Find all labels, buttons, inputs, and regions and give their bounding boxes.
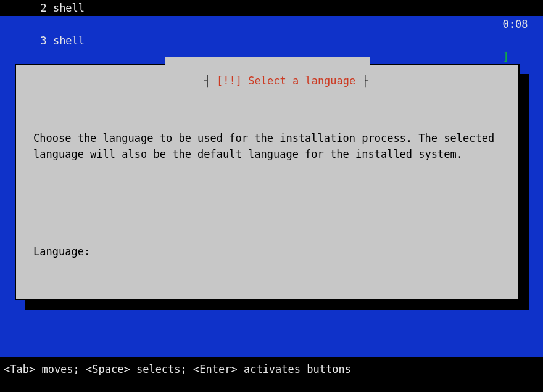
key-hint-bar: <Tab> moves; <Space> selects; <Enter> ac… (0, 357, 543, 392)
title-bang-icon: [!!] (217, 75, 248, 87)
installer-screen: [ (1*installer) 2 shell 3 shell 4- log ]… (0, 0, 543, 392)
title-divider-right-icon: ├ (355, 75, 368, 87)
key-hint-text: <Tab> moves; <Space> selects; <Enter> ac… (4, 361, 351, 377)
tab-shell-2[interactable]: 2 shell (40, 2, 85, 14)
language-dialog: ┤ [!!] Select a language ├ Choose the la… (15, 64, 520, 300)
language-prompt: Language: (33, 243, 501, 259)
dialog-title: ┤ [!!] Select a language ├ (165, 57, 370, 105)
dialog-description: Choose the language to be used for the i… (33, 130, 501, 163)
clock-time: 0:08 (503, 18, 528, 30)
title-divider-left-icon: ┤ (204, 75, 217, 87)
window-tab-bar: [ (1*installer) 2 shell 3 shell 4- log ]… (0, 0, 543, 16)
tab-shell-3[interactable]: 3 shell (40, 35, 85, 47)
bracket-close-icon: ] (503, 51, 509, 63)
dialog-title-text: Select a language (248, 75, 355, 87)
